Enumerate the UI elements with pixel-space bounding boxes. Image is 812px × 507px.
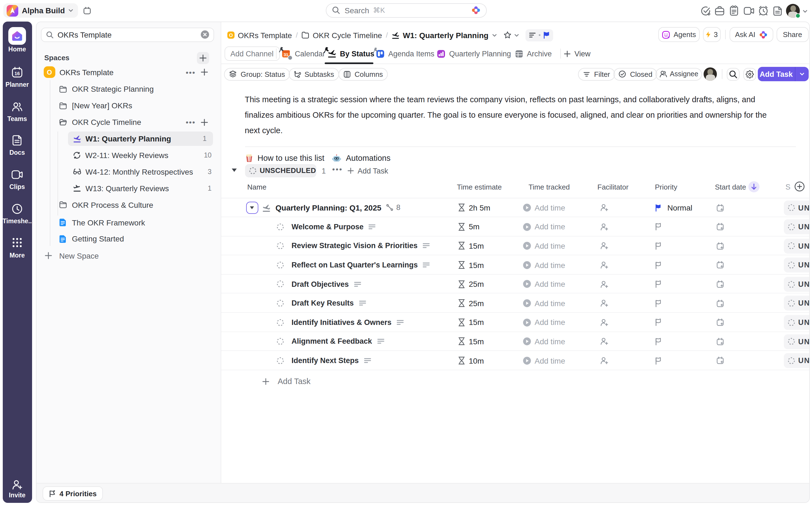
svg-text:16: 16 [15, 71, 20, 76]
svg-text:31: 31 [284, 52, 289, 57]
